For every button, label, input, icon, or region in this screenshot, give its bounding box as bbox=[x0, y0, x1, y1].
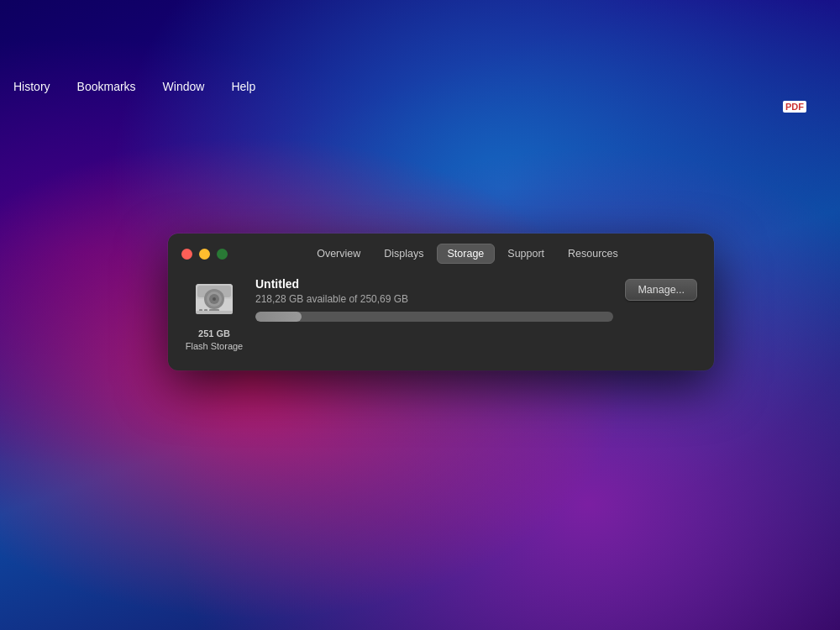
storage-main: 251 GB Flash Storage Untitled 218,28 GB … bbox=[185, 277, 697, 354]
storage-progress-bar bbox=[255, 312, 613, 322]
svg-point-6 bbox=[213, 297, 216, 301]
tab-displays[interactable]: Displays bbox=[373, 244, 434, 264]
drive-name: Untitled bbox=[255, 277, 613, 291]
storage-progress-fill bbox=[255, 312, 302, 322]
minimize-button[interactable] bbox=[199, 249, 210, 260]
window-content: 251 GB Flash Storage Untitled 218,28 GB … bbox=[168, 264, 714, 370]
tab-resources[interactable]: Resources bbox=[557, 244, 629, 264]
close-button[interactable] bbox=[181, 249, 192, 260]
menu-bar: History Bookmarks Window Help bbox=[0, 74, 840, 99]
window-tabs: Overview Displays Storage Support Resour… bbox=[234, 244, 701, 264]
pdf-badge: PDF bbox=[783, 101, 806, 113]
drive-available: 218,28 GB available of 250,69 GB bbox=[255, 293, 613, 305]
svg-rect-10 bbox=[196, 311, 233, 314]
tab-storage[interactable]: Storage bbox=[437, 244, 496, 264]
drive-info: Untitled 218,28 GB available of 250,69 G… bbox=[255, 277, 613, 322]
tab-overview[interactable]: Overview bbox=[306, 244, 371, 264]
tab-support[interactable]: Support bbox=[496, 244, 555, 264]
drive-icon-container: 251 GB Flash Storage bbox=[185, 277, 244, 354]
menu-item-help[interactable]: Help bbox=[226, 78, 260, 95]
manage-button[interactable]: Manage... bbox=[625, 279, 697, 301]
hard-drive-icon bbox=[191, 277, 238, 324]
menu-item-window[interactable]: Window bbox=[158, 78, 210, 95]
maximize-button[interactable] bbox=[217, 249, 228, 260]
menu-item-bookmarks[interactable]: Bookmarks bbox=[72, 78, 141, 95]
about-this-mac-window: Overview Displays Storage Support Resour… bbox=[168, 234, 714, 370]
menu-item-history[interactable]: History bbox=[8, 78, 55, 95]
drive-size-label: 251 GB Flash Storage bbox=[186, 328, 243, 354]
window-titlebar: Overview Displays Storage Support Resour… bbox=[168, 234, 714, 264]
